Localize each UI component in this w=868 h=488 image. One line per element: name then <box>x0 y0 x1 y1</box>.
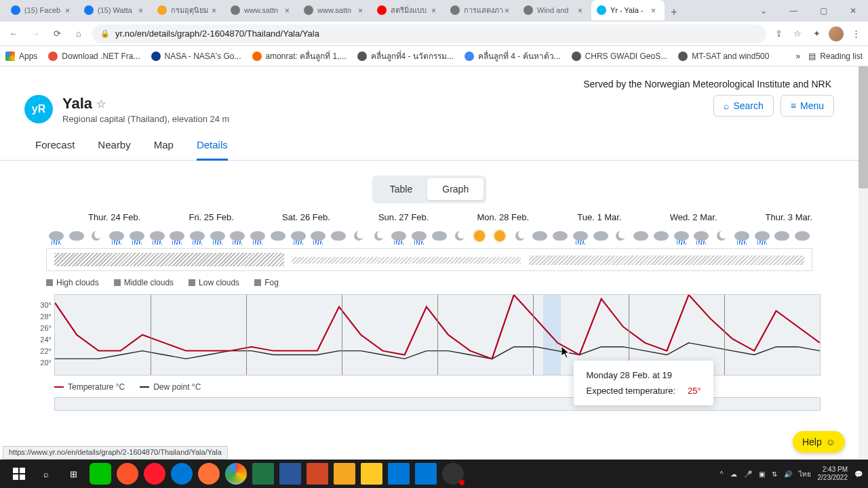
taskbar-app-explorer[interactable] <box>361 463 382 485</box>
weather-icon <box>46 226 66 245</box>
taskbar-app-brave[interactable] <box>117 463 138 485</box>
taskbar-app-powerpoint[interactable] <box>307 463 328 485</box>
window-controls: ⌄ — ▢ ✕ <box>749 0 868 22</box>
close-window-button[interactable]: ✕ <box>838 0 868 22</box>
reload-button[interactable]: ⟳ <box>49 26 65 42</box>
taskbar-app-word[interactable] <box>279 463 301 485</box>
cloud-cover-band <box>46 248 812 271</box>
apps-button[interactable]: Apps <box>5 52 37 61</box>
bookmarks-overflow-icon[interactable]: » <box>796 52 801 61</box>
taskbar-app-camera[interactable] <box>334 463 355 485</box>
tab-close-icon[interactable]: × <box>578 6 586 14</box>
chevron-down-icon[interactable]: ⌄ <box>749 0 778 22</box>
new-tab-button[interactable]: + <box>665 3 684 22</box>
day-label: Mon. 28 Feb. <box>477 212 530 222</box>
extensions-icon[interactable]: ✦ <box>810 27 823 41</box>
weather-icon <box>732 226 752 245</box>
day-label: Sun. 27 Feb. <box>378 212 429 222</box>
forward-button[interactable]: → <box>27 26 43 42</box>
tray-notifications-icon[interactable]: 💬 <box>854 470 863 478</box>
nav-tab-map[interactable]: Map <box>154 132 174 160</box>
tab-close-icon[interactable]: × <box>358 6 366 14</box>
taskbar-app-line[interactable] <box>90 463 111 485</box>
profile-avatar[interactable] <box>829 26 844 41</box>
reading-list-button[interactable]: ▤Reading list <box>808 52 863 61</box>
nav-tab-forecast[interactable]: Forecast <box>35 132 75 160</box>
scrollbar-thumb[interactable] <box>859 66 868 188</box>
share-icon[interactable]: ⇪ <box>772 27 785 41</box>
menu-button[interactable]: ≡Menu <box>781 95 834 117</box>
taskbar-app-obs[interactable] <box>442 463 464 485</box>
nav-tabs: ForecastNearbyMapDetails <box>0 132 859 161</box>
taskbar-app-edge[interactable] <box>171 463 193 485</box>
help-button[interactable]: Help ☺ <box>793 431 845 453</box>
tab-close-icon[interactable]: × <box>285 6 293 14</box>
task-view-icon[interactable]: ⊞ <box>62 463 84 485</box>
browser-tab[interactable]: การแสดงภา× <box>445 0 518 20</box>
taskbar-app-opera[interactable] <box>144 463 165 485</box>
legend-item: Middle clouds <box>114 278 174 287</box>
kebab-menu-icon[interactable]: ⋮ <box>849 27 863 41</box>
bookmark-item[interactable]: NASA - NASA's Go... <box>151 49 241 62</box>
scrollbar-track[interactable] <box>859 66 868 460</box>
browser-tab[interactable]: www.sattn× <box>225 0 298 20</box>
yr-logo[interactable]: yR <box>24 95 53 123</box>
tray-wifi-icon[interactable]: ⇅ <box>772 470 777 478</box>
tray-chevron-icon[interactable]: ^ <box>720 470 724 478</box>
favorite-star-icon[interactable]: ☆ <box>96 98 106 110</box>
search-button[interactable]: ⌕Search <box>713 95 773 117</box>
bookmark-item[interactable]: Download .NET Fra... <box>48 49 140 62</box>
day-label: Thur. 3 Mar. <box>766 212 812 222</box>
browser-tab[interactable]: Wind and× <box>518 0 591 20</box>
bookmark-item[interactable]: คลื่นลูกที่ 4 - ค้นหาด้ว... <box>465 49 561 62</box>
tray-battery-icon[interactable]: ▣ <box>759 470 765 478</box>
tab-close-icon[interactable]: × <box>431 6 439 14</box>
browser-tab[interactable]: Yr - Yala -× <box>591 0 665 20</box>
tab-close-icon[interactable]: × <box>651 6 659 14</box>
nav-tab-nearby[interactable]: Nearby <box>98 132 130 160</box>
taskbar-app-chrome[interactable] <box>225 463 247 485</box>
taskbar-app-mail[interactable] <box>415 463 437 485</box>
minimize-button[interactable]: — <box>778 0 808 22</box>
tab-close-icon[interactable]: × <box>505 6 513 14</box>
start-button[interactable] <box>8 463 30 485</box>
served-by-text: Served by the Norwegian Meteorological I… <box>0 66 859 95</box>
nav-tab-details[interactable]: Details <box>197 132 228 161</box>
tray-lang[interactable]: ไทย <box>799 469 811 479</box>
browser-tab[interactable]: กรมอุตุนิยม× <box>152 0 225 20</box>
taskbar-app-store[interactable] <box>388 463 410 485</box>
back-button[interactable]: ← <box>5 26 22 42</box>
bookmark-item[interactable]: MT-SAT and wind500 <box>678 49 769 62</box>
tray-volume-icon[interactable]: 🔊 <box>784 470 792 478</box>
home-button[interactable]: ⌂ <box>71 26 87 42</box>
bookmark-item[interactable]: amonrat: คลื่นลูกที่ 1,... <box>252 49 347 62</box>
search-task-icon[interactable]: ⌕ <box>35 463 57 485</box>
temperature-chart[interactable]: 30°28°26°24°22°20° Monday 28 Feb. at 19 … <box>38 294 821 375</box>
url-input[interactable]: 🔒 yr.no/en/details/graph/2-1604870/Thail… <box>92 24 766 43</box>
toggle-graph[interactable]: Graph <box>427 178 484 200</box>
tray-mic-icon[interactable]: 🎤 <box>744 470 752 478</box>
series-legend: Temperature °C Dew point °C <box>0 378 859 392</box>
system-tray[interactable]: ^ ☁ 🎤 ▣ ⇅ 🔊 ไทย 2:43 PM 2/23/2022 💬 <box>720 466 863 482</box>
bookmark-item[interactable]: CHRS GWADI GeoS... <box>572 49 668 62</box>
location-subtitle: Regional capital (Thailand), elevation 2… <box>62 114 229 124</box>
tab-close-icon[interactable]: × <box>65 6 73 14</box>
taskbar-app-excel[interactable] <box>252 463 274 485</box>
browser-tab[interactable]: (15) Watta× <box>79 0 152 20</box>
bookmark-item[interactable]: คลื่นลูกที่4 - นวัตกรรม... <box>357 49 454 62</box>
windows-taskbar: ⌕ ⊞ ^ ☁ 🎤 ▣ ⇅ 🔊 ไทย 2:43 PM 2/23/2022 💬 <box>0 460 868 488</box>
browser-tab[interactable]: สตรีมิ่งแบบ× <box>372 0 445 20</box>
weather-icon <box>86 226 106 245</box>
tab-close-icon[interactable]: × <box>212 6 220 14</box>
system-clock[interactable]: 2:43 PM 2/23/2022 <box>818 466 848 482</box>
bookmark-star-icon[interactable]: ☆ <box>791 27 804 41</box>
weather-icon <box>530 226 551 245</box>
browser-tab[interactable]: www.sattn× <box>298 0 372 20</box>
browser-tab[interactable]: (15) Faceb× <box>5 0 79 20</box>
maximize-button[interactable]: ▢ <box>808 0 838 22</box>
tab-close-icon[interactable]: × <box>138 6 146 14</box>
day-label: Sat. 26 Feb. <box>282 212 330 222</box>
tray-onedrive-icon[interactable]: ☁ <box>730 470 737 478</box>
taskbar-app-firefox[interactable] <box>198 463 220 485</box>
toggle-table[interactable]: Table <box>375 178 427 200</box>
